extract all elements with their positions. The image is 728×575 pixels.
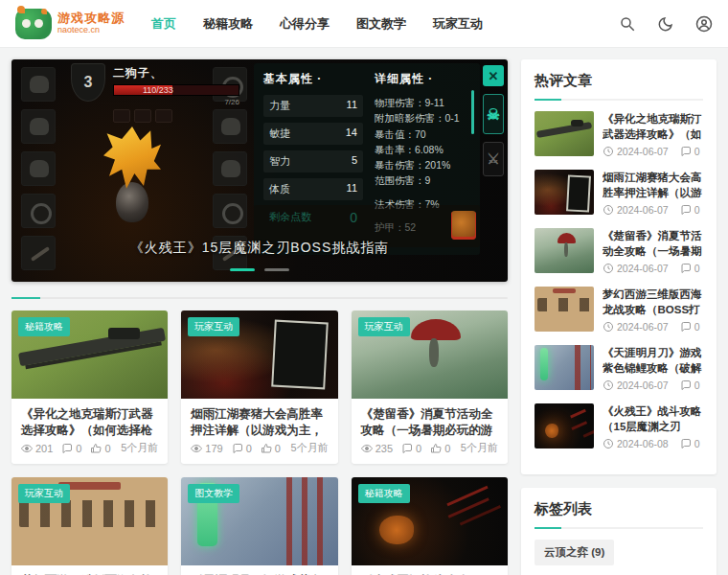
clock-icon <box>603 438 614 449</box>
clock-icon <box>603 204 614 216</box>
article-card[interactable]: 玩家互动 烟雨江湖赛猪大会高胜率押注详解（以游戏为主，轻松学会押注技 179 0… <box>181 310 337 464</box>
eye-icon <box>361 443 373 454</box>
article-title[interactable]: 《楚留香》消夏节活动全攻略（一场暑期必玩的游戏盛宴） <box>352 399 508 439</box>
hot-article-thumb[interactable] <box>535 111 594 156</box>
article-card[interactable]: 图文教学 《天涯明月刀》游戏紫色锦鲤攻略 <box>181 477 337 575</box>
tag-item[interactable]: 云顶之弈 (9) <box>535 540 614 565</box>
hot-article-thumb[interactable] <box>535 403 594 448</box>
category-badge: 秘籍攻略 <box>18 317 70 336</box>
article-image[interactable]: 图文教学 <box>181 477 337 565</box>
article-image[interactable]: 玩家互动 <box>181 310 337 399</box>
hot-article-thumb[interactable] <box>535 345 594 390</box>
hot-article-meta: 2024-06-08 0 <box>603 438 703 449</box>
slot-armor-icon <box>21 109 56 144</box>
nav-item-community[interactable]: 玩家互动 <box>433 15 483 33</box>
hot-article-thumb[interactable] <box>535 170 594 215</box>
hot-article-thumb[interactable] <box>535 287 594 332</box>
header: 游戏攻略源 naotece.cn 首页 秘籍攻略 心得分享 图文教学 玩家互动 <box>0 0 728 48</box>
user-icon[interactable] <box>695 15 713 33</box>
hot-article-item[interactable]: 《异化之地克瑞斯汀武器选择攻略》（如何选择枪妹的最佳 2024-06-07 0 <box>535 111 703 157</box>
hot-article-item[interactable]: 《火残王》战斗攻略（15层魔渊之刃BOSS挑战指南， 2024-06-08 0 <box>535 403 703 449</box>
view-count: 235 <box>375 443 393 454</box>
mini-item-slots <box>113 109 239 123</box>
search-icon[interactable] <box>619 15 636 33</box>
article-meta: 235 0 0 5个月前 <box>352 439 508 464</box>
article-title[interactable]: 《天涯明月刀》游戏紫色锦鲤攻略 <box>181 565 337 575</box>
detail-stat: 物理伤害：9-11 <box>375 95 470 110</box>
hot-article-title[interactable]: 《火残王》战斗攻略（15层魔渊之刃BOSS挑战指南， <box>603 403 703 434</box>
main-nav: 首页 秘籍攻略 心得分享 图文教学 玩家互动 <box>151 15 483 33</box>
nav-item-tutorials[interactable]: 图文教学 <box>356 15 406 33</box>
comment-icon <box>232 443 243 454</box>
site-logo[interactable]: 游戏攻略源 naotece.cn <box>15 9 125 39</box>
nav-item-guides[interactable]: 秘籍攻略 <box>203 15 253 33</box>
hot-article-comments: 0 <box>694 263 700 274</box>
article-image[interactable]: 秘籍攻略 <box>11 310 168 399</box>
close-icon[interactable]: ✕ <box>483 65 504 86</box>
moon-icon[interactable] <box>657 15 674 33</box>
hot-article-comments: 0 <box>694 146 700 157</box>
hot-article-item[interactable]: 《楚留香》消夏节活动全攻略（一场暑期必玩的游戏盛宴） 2024-06-07 0 <box>535 228 703 274</box>
hot-article-item[interactable]: 《天涯明月刀》游戏紫色锦鲤攻略（破解紫色锦鲤任务，享 2024-06-07 0 <box>535 345 703 391</box>
site-domain: naotece.cn <box>57 26 125 35</box>
clock-icon <box>603 380 614 391</box>
tag-list-panel: 标签列表 云顶之弈 (9) 汉字找茬王 (7) 烟雨江湖 (11) 游戏攻略 (… <box>521 488 717 575</box>
hero-caption: 《火残王》15层魔渊之刃BOSS挑战指南 <box>11 240 508 257</box>
view-count: 179 <box>205 443 222 454</box>
player-level-badge: 3 <box>71 63 105 102</box>
tag-list-title: 标签列表 <box>535 500 703 518</box>
comment-icon <box>61 443 73 454</box>
article-time: 5个月前 <box>121 441 158 455</box>
article-time: 5个月前 <box>291 441 329 455</box>
hero-carousel-slide[interactable]: 3 二狗子、 110/233 7/26 基本属性 · <box>11 59 508 282</box>
detail-stat: 暴击伤害：201% <box>375 157 470 172</box>
skull-icon[interactable]: ☠ <box>483 94 504 134</box>
crossed-swords-icon[interactable]: ⚔ <box>483 142 504 176</box>
article-card[interactable]: 玩家互动 梦幻西游三维版西海龙战攻略 <box>11 477 168 575</box>
hot-article-thumb[interactable] <box>535 228 594 273</box>
like-count: 0 <box>444 443 450 454</box>
article-card[interactable]: 秘籍攻略 《异化之地克瑞斯汀武器选择攻略》（如何选择枪妹的最佳武 201 0 0… <box>11 310 168 464</box>
hot-article-item[interactable]: 梦幻西游三维版西海龙战攻略（BOSS打法技巧，带你秒 2024-06-07 0 <box>535 287 703 333</box>
article-title[interactable]: 《火残王》战斗攻略（15层魔渊之 <box>352 565 508 575</box>
carousel-dot-1[interactable] <box>230 268 255 271</box>
article-image[interactable]: 秘籍攻略 <box>352 477 508 565</box>
detail-stat: 暴击率：6.08% <box>375 142 470 157</box>
like-count: 0 <box>275 443 281 454</box>
player-name: 二狗子、 <box>113 65 239 81</box>
hot-article-meta: 2024-06-07 0 <box>603 146 703 157</box>
detail-stat: 暴击值：70 <box>375 126 470 142</box>
comment-icon <box>680 263 692 274</box>
article-image[interactable]: 玩家互动 <box>352 310 508 399</box>
comment-icon <box>680 380 692 391</box>
hot-article-title[interactable]: 梦幻西游三维版西海龙战攻略（BOSS打法技巧，带你秒 <box>603 287 703 317</box>
article-card[interactable]: 秘籍攻略 《火残王》战斗攻略（15层魔渊之 <box>352 477 508 575</box>
comment-icon <box>680 438 692 449</box>
article-meta: 201 0 0 5个月前 <box>11 439 168 464</box>
article-image[interactable]: 玩家互动 <box>11 477 168 565</box>
hot-article-title[interactable]: 《异化之地克瑞斯汀武器选择攻略》（如何选择枪妹的最佳 <box>603 111 703 142</box>
hot-article-meta: 2024-06-07 0 <box>603 380 703 391</box>
section-divider <box>11 297 508 299</box>
panel-divider <box>535 527 703 529</box>
article-title[interactable]: 《异化之地克瑞斯汀武器选择攻略》（如何选择枪妹的最佳武 <box>11 399 168 439</box>
carousel-dot-2[interactable] <box>264 268 289 271</box>
hot-article-title[interactable]: 《楚留香》消夏节活动全攻略（一场暑期必玩的游戏盛宴） <box>603 228 703 259</box>
slot-boots-icon <box>213 151 247 186</box>
slot-pants-icon <box>21 151 56 186</box>
comment-icon <box>680 146 692 157</box>
hp-bar: 110/233 <box>113 84 239 96</box>
hot-article-comments: 0 <box>694 321 700 333</box>
hot-article-title[interactable]: 《天涯明月刀》游戏紫色锦鲤攻略（破解紫色锦鲤任务，享 <box>603 345 703 376</box>
nav-item-home[interactable]: 首页 <box>151 15 176 33</box>
hot-article-item[interactable]: 烟雨江湖赛猪大会高胜率押注详解（以游戏为主，轻松学会 2024-06-07 0 <box>535 170 703 216</box>
thumbs-up-icon <box>430 443 442 454</box>
hot-article-title[interactable]: 烟雨江湖赛猪大会高胜率押注详解（以游戏为主，轻松学会 <box>603 170 703 200</box>
thumbs-up-icon <box>261 443 272 454</box>
article-title[interactable]: 烟雨江湖赛猪大会高胜率押注详解（以游戏为主，轻松学会押注技 <box>181 399 337 439</box>
article-card[interactable]: 玩家互动 《楚留香》消夏节活动全攻略（一场暑期必玩的游戏盛宴） 235 0 0 … <box>352 310 508 464</box>
nav-item-tips[interactable]: 心得分享 <box>280 15 330 33</box>
character-portrait <box>103 126 161 222</box>
article-title[interactable]: 梦幻西游三维版西海龙战攻略 <box>11 565 168 575</box>
basic-attributes-title: 基本属性 · <box>263 71 363 87</box>
